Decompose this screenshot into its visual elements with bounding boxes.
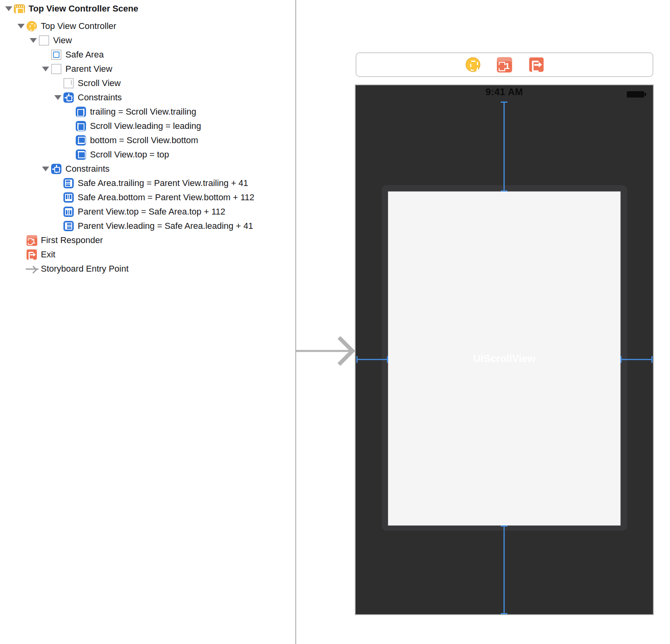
icon-slot bbox=[50, 164, 62, 174]
outline-row[interactable]: Exit bbox=[0, 247, 295, 262]
icon-slot bbox=[75, 107, 87, 117]
view-icon bbox=[51, 64, 61, 74]
scene-icon bbox=[14, 4, 25, 13]
exit-icon[interactable] bbox=[529, 58, 544, 72]
outline-label: Constraints bbox=[78, 92, 122, 103]
outline-label: trailing = Scroll View.trailing bbox=[90, 107, 196, 117]
outline-row[interactable]: Parent View bbox=[0, 62, 295, 76]
icon-slot bbox=[63, 207, 75, 217]
outline-row[interactable]: Scroll View.top = top bbox=[0, 148, 295, 162]
cd-leading-icon bbox=[63, 221, 74, 231]
disclosure-triangle-icon[interactable] bbox=[16, 24, 26, 29]
outline-label: Exit bbox=[41, 249, 56, 260]
icon-slot bbox=[63, 221, 75, 231]
outline-label: Top View Controller Scene bbox=[29, 4, 138, 14]
document-outline: Top View Controller SceneTop View Contro… bbox=[0, 0, 295, 644]
constraints-icon bbox=[63, 92, 74, 103]
outline-row[interactable]: trailing = Scroll View.trailing bbox=[0, 105, 295, 119]
outline-label: First Responder bbox=[41, 235, 103, 245]
icon-slot bbox=[26, 264, 38, 274]
outline-row[interactable]: Constraints bbox=[0, 162, 295, 176]
view-controller-icon bbox=[27, 21, 37, 31]
outline-label: Top View Controller bbox=[41, 21, 116, 31]
outline-row[interactable]: Constraints bbox=[0, 90, 295, 105]
c-bottom-icon bbox=[76, 135, 86, 146]
icon-slot bbox=[75, 135, 87, 146]
icon-slot bbox=[63, 192, 75, 203]
outline-label: bottom = Scroll View.bottom bbox=[90, 135, 198, 146]
cd-trailing-icon bbox=[63, 178, 74, 188]
status-bar: 9:41 AM bbox=[355, 86, 654, 98]
scene-dock bbox=[356, 52, 653, 77]
entry-arrow-icon bbox=[26, 264, 38, 274]
storyboard-entry-point-arrow[interactable] bbox=[293, 335, 359, 367]
disclosure-triangle-icon[interactable] bbox=[29, 38, 38, 43]
outline-row[interactable]: Safe Area bbox=[0, 48, 295, 62]
dock-icon-slot bbox=[497, 59, 513, 70]
icon-slot bbox=[13, 4, 25, 13]
outline-label: Parent View.leading = Safe Area.leading … bbox=[78, 221, 253, 231]
constraint-line-leading[interactable] bbox=[356, 359, 388, 360]
cd-bottom-icon bbox=[63, 192, 74, 203]
outline-row[interactable]: First Responder bbox=[0, 233, 295, 247]
interface-builder-window: Top View Controller SceneTop View Contro… bbox=[0, 0, 670, 644]
view-icon bbox=[39, 35, 49, 46]
icon-slot bbox=[26, 235, 38, 246]
icon-slot bbox=[26, 249, 38, 260]
outline-label: Scroll View.top = top bbox=[90, 150, 169, 160]
scroll-view-canvas[interactable]: UIScrollView bbox=[388, 192, 620, 525]
icon-slot bbox=[75, 150, 87, 160]
icon-slot bbox=[75, 121, 87, 131]
safe-area-icon bbox=[51, 50, 61, 60]
disclosure-triangle-icon[interactable] bbox=[53, 95, 63, 100]
c-trailing-icon bbox=[76, 107, 86, 117]
outline-row[interactable]: Parent View.top = Safe Area.top + 112 bbox=[0, 205, 295, 219]
outline-row[interactable]: Safe Area.trailing = Parent View.trailin… bbox=[0, 176, 295, 190]
first-responder-icon[interactable] bbox=[497, 57, 512, 72]
outline-row[interactable]: Scroll View bbox=[0, 76, 295, 90]
icon-slot bbox=[38, 35, 50, 46]
icon-slot bbox=[26, 21, 38, 31]
outline-row[interactable]: Parent View.leading = Safe Area.leading … bbox=[0, 219, 295, 233]
outline-row[interactable]: Safe Area.bottom = Parent View.bottom + … bbox=[0, 190, 295, 205]
disclosure-triangle-icon[interactable] bbox=[41, 167, 50, 171]
outline-label: View bbox=[53, 35, 72, 46]
outline-row[interactable]: bottom = Scroll View.bottom bbox=[0, 133, 295, 148]
outline-label: Scroll View.leading = leading bbox=[90, 121, 201, 131]
exit-icon bbox=[27, 249, 37, 260]
c-top-icon bbox=[76, 150, 86, 160]
icon-slot bbox=[63, 92, 75, 103]
icon-slot bbox=[50, 50, 62, 60]
scrollview-label: UIScrollView bbox=[473, 353, 535, 365]
icon-slot bbox=[50, 64, 62, 74]
icon-slot bbox=[63, 78, 75, 88]
outline-label: Storyboard Entry Point bbox=[41, 264, 128, 274]
outline-label: Safe Area.trailing = Parent View.trailin… bbox=[78, 178, 248, 188]
dock-icon-slot bbox=[465, 59, 481, 70]
c-leading-icon bbox=[76, 121, 86, 131]
disclosure-triangle-icon[interactable] bbox=[4, 6, 13, 11]
outline-row[interactable]: Scroll View.leading = leading bbox=[0, 119, 295, 133]
constraints-icon bbox=[51, 164, 61, 174]
cd-top-icon bbox=[63, 207, 74, 217]
view-controller-icon[interactable] bbox=[465, 58, 480, 72]
outline-label: Safe Area.bottom = Parent View.bottom + … bbox=[78, 192, 255, 203]
status-bar-time: 9:41 AM bbox=[486, 86, 523, 97]
icon-slot bbox=[63, 178, 75, 188]
dock-icon-slot bbox=[528, 59, 544, 70]
outline-row[interactable]: View bbox=[0, 33, 295, 48]
disclosure-triangle-icon[interactable] bbox=[41, 67, 50, 71]
first-responder-icon bbox=[27, 235, 37, 246]
outline-label: Constraints bbox=[65, 164, 109, 174]
outline-row[interactable]: Top View Controller bbox=[0, 19, 295, 33]
constraint-line-top[interactable] bbox=[503, 102, 505, 192]
outline-label: Parent View.top = Safe Area.top + 112 bbox=[78, 207, 225, 217]
outline-row[interactable]: Top View Controller Scene bbox=[0, 2, 295, 16]
constraint-line-bottom[interactable] bbox=[503, 525, 505, 614]
panel-divider[interactable] bbox=[295, 0, 296, 644]
outline-label: Parent View bbox=[65, 64, 112, 74]
battery-icon bbox=[627, 91, 644, 98]
constraint-line-trailing[interactable] bbox=[620, 359, 653, 360]
outline-row[interactable]: Storyboard Entry Point bbox=[0, 262, 295, 276]
scroll-view-icon bbox=[63, 78, 74, 88]
